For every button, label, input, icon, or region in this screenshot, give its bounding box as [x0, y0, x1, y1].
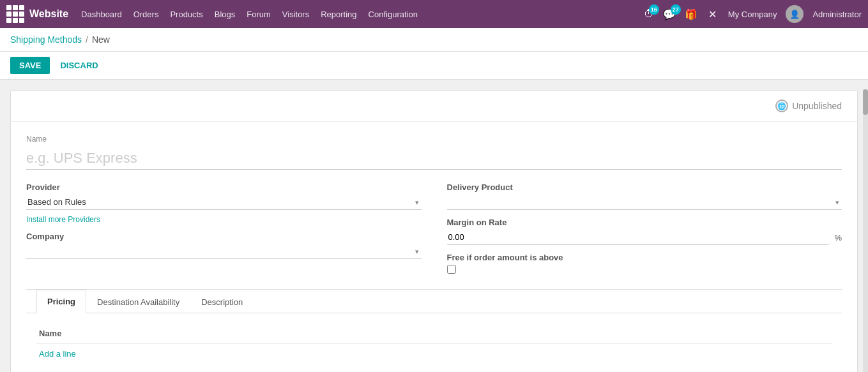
free-order-label: Free if order amount is above: [447, 253, 842, 262]
left-column: Provider Based on Rules Install more Pro…: [26, 182, 422, 274]
nav-reporting[interactable]: Reporting: [321, 10, 356, 19]
margin-input[interactable]: [447, 230, 830, 245]
scrollbar-track[interactable]: [863, 89, 868, 372]
globe-icon: 🌐: [775, 100, 788, 112]
right-column: Delivery Product Margin on Rate: [447, 182, 842, 274]
unpublished-label: Unpublished: [792, 101, 842, 111]
card-header: 🌐 Unpublished: [11, 91, 857, 122]
main-content: 🌐 Unpublished Name Provider: [0, 80, 868, 372]
margin-field: Margin on Rate %: [447, 218, 842, 245]
user-name[interactable]: Administrator: [812, 10, 862, 19]
company-field: Company: [26, 232, 422, 259]
app-logo[interactable]: Website: [6, 5, 68, 23]
save-button[interactable]: SAVE: [10, 57, 50, 74]
fields-container: Provider Based on Rules Install more Pro…: [26, 182, 842, 274]
provider-field: Provider Based on Rules Install more Pro…: [26, 182, 422, 224]
margin-row: %: [447, 230, 842, 245]
margin-label: Margin on Rate: [447, 218, 842, 227]
breadcrumb-current: New: [92, 34, 110, 45]
add-line-button[interactable]: Add a line: [36, 344, 79, 364]
form-card: 🌐 Unpublished Name Provider: [10, 90, 858, 372]
tab-pricing[interactable]: Pricing: [36, 290, 86, 313]
provider-select[interactable]: Based on Rules: [26, 195, 422, 210]
nav-blogs[interactable]: Blogs: [215, 10, 236, 19]
top-navigation: Website Dashboard Orders Products Blogs …: [0, 0, 868, 28]
avatar[interactable]: 👤: [786, 5, 803, 23]
company-select[interactable]: [26, 244, 422, 259]
margin-unit: %: [834, 233, 842, 242]
messages-badge: 27: [671, 4, 681, 15]
scrollbar-thumb[interactable]: [863, 89, 868, 115]
company-label: Company: [26, 232, 422, 241]
nav-dashboard[interactable]: Dashboard: [81, 10, 122, 19]
activity-badge: 16: [649, 4, 659, 15]
topnav-right: ⏱ 16 💬 27 🎁 ✕ My Company 👤 Administrator: [644, 5, 862, 23]
install-providers-link[interactable]: Install more Providers: [26, 215, 422, 224]
nav-products[interactable]: Products: [170, 10, 202, 19]
nav-links: Dashboard Orders Products Blogs Forum Vi…: [81, 10, 644, 19]
name-label: Name: [26, 135, 842, 144]
tabs-container: Pricing Destination Availability Descrip…: [26, 289, 842, 372]
nav-configuration[interactable]: Configuration: [369, 10, 418, 19]
pricing-table-header: Name: [36, 324, 832, 344]
tab-destination-availability[interactable]: Destination Availability: [86, 290, 190, 313]
gift-icon[interactable]: 🎁: [685, 8, 697, 20]
activity-icon[interactable]: ⏱ 16: [644, 8, 654, 20]
close-icon[interactable]: ✕: [706, 8, 719, 20]
provider-label: Provider: [26, 182, 422, 192]
app-name: Website: [29, 8, 68, 20]
delivery-product-field: Delivery Product: [447, 182, 842, 210]
delivery-product-select-wrapper: [447, 195, 842, 210]
breadcrumb-parent[interactable]: Shipping Methods: [10, 34, 82, 45]
form-body: Name Provider Based on Rules: [11, 122, 857, 372]
free-order-checkbox[interactable]: [447, 265, 456, 274]
company-select-wrapper: [26, 244, 422, 259]
delivery-product-select[interactable]: [447, 195, 842, 210]
nav-visitors[interactable]: Visitors: [282, 10, 309, 19]
provider-select-wrapper: Based on Rules: [26, 195, 422, 210]
company-name[interactable]: My Company: [728, 10, 777, 19]
action-bar: SAVE DISCARD: [0, 52, 868, 80]
free-order-field: Free if order amount is above: [447, 253, 842, 274]
grid-icon: [6, 5, 24, 23]
pricing-name-column: Name: [39, 329, 829, 338]
free-order-row: [447, 265, 842, 274]
discard-button[interactable]: DISCARD: [57, 57, 100, 74]
unpublished-button[interactable]: 🌐 Unpublished: [770, 97, 847, 115]
nav-orders[interactable]: Orders: [133, 10, 159, 19]
breadcrumb-separator: /: [86, 34, 88, 45]
messages-icon[interactable]: 💬 27: [663, 8, 676, 20]
tab-content-pricing: Name Add a line: [26, 313, 842, 372]
breadcrumb: Shipping Methods / New: [0, 28, 868, 52]
name-input[interactable]: [26, 147, 842, 170]
tab-description[interactable]: Description: [190, 290, 254, 313]
delivery-product-label: Delivery Product: [447, 182, 842, 192]
tabs-header: Pricing Destination Availability Descrip…: [26, 290, 842, 313]
nav-forum[interactable]: Forum: [247, 10, 271, 19]
